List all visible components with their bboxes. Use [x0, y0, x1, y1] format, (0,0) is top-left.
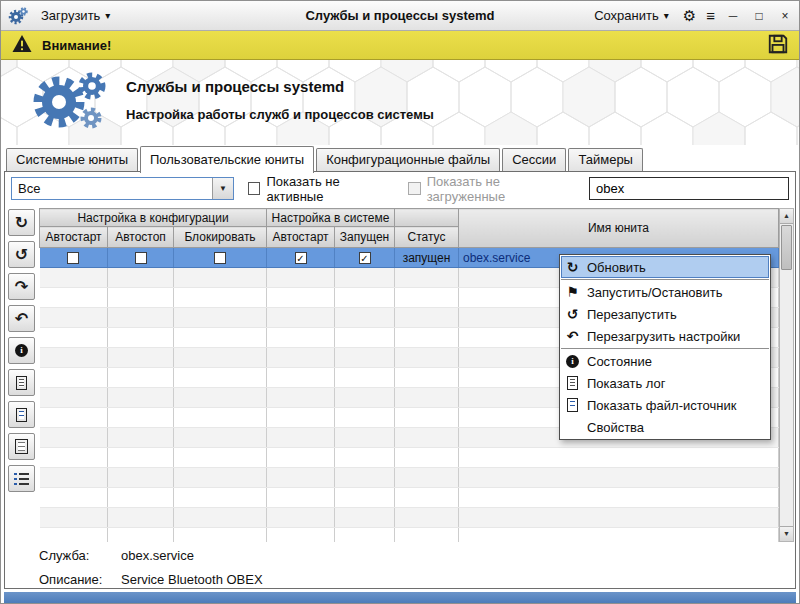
- save-menu-button[interactable]: Сохранить ▾: [590, 6, 673, 25]
- column-header-config-autostop: Автостоп: [108, 227, 174, 248]
- context-menu: ↻ Обновить ⚑ Запустить/Остановить ↺ Пере…: [559, 254, 771, 440]
- context-menu-item-reload-settings[interactable]: ↶ Перезагрузить настройки: [561, 325, 769, 347]
- tab-sessions[interactable]: Сессии: [502, 148, 566, 172]
- menu-item-label: Свойства: [587, 420, 644, 435]
- window-titlebar: Загрузить ▾ Службы и процессы systemd Со…: [1, 1, 799, 31]
- context-menu-item-restart[interactable]: ↺ Перезапустить: [561, 303, 769, 325]
- start-stop-icon: ↺: [15, 245, 28, 264]
- table-row-empty[interactable]: [40, 448, 779, 468]
- scroll-down-button[interactable]: ▼: [780, 526, 793, 541]
- unit-name-link[interactable]: obex.service: [459, 251, 530, 265]
- checkbox-show-unloaded[interactable]: Показать не загруженные: [408, 174, 575, 204]
- actions-toolbar: ↻ ↺ ↷ ↶ i: [8, 209, 38, 492]
- context-menu-item-properties[interactable]: Свойства: [561, 416, 769, 438]
- tab-config-files[interactable]: Конфигурационные файлы: [316, 148, 500, 172]
- unit-info-footer: Служба: obex.service Описание: Service B…: [39, 548, 263, 596]
- menu-hamburger-button[interactable]: ≡: [706, 8, 715, 23]
- scrollbar-thumb[interactable]: [781, 225, 792, 270]
- menu-item-label: Обновить: [587, 260, 646, 275]
- settings-gear-button[interactable]: ⚙: [683, 8, 696, 23]
- properties-icon: [15, 439, 28, 454]
- tab-timers[interactable]: Таймеры: [568, 148, 643, 172]
- show-source-button[interactable]: [8, 401, 35, 428]
- table-row-empty[interactable]: [40, 528, 779, 543]
- checkbox-config-autostop[interactable]: [135, 252, 147, 264]
- page-header: Службы и процессы systemd Настройка рабо…: [1, 60, 799, 145]
- caret-down-icon: ▾: [105, 10, 110, 21]
- refresh-icon: ↻: [15, 213, 28, 232]
- window-title: Службы и процессы systemd: [237, 8, 563, 23]
- checkbox-show-inactive-label: Показать не активные: [266, 174, 394, 204]
- restart-button[interactable]: ↷: [8, 273, 35, 300]
- log-icon: [564, 376, 581, 390]
- checkbox-config-block[interactable]: [214, 252, 226, 264]
- page-subtitle: Настройка работы служб и процессов систе…: [126, 107, 434, 122]
- column-header-config-autostart: Автостарт: [40, 227, 108, 248]
- app-logo-gears-icon: [27, 66, 115, 143]
- checkbox-show-unloaded-label: Показать не загруженные: [427, 174, 575, 204]
- maximize-button[interactable]: □: [751, 9, 767, 23]
- unit-filter-select[interactable]: Все ▼: [11, 177, 234, 200]
- vertical-scrollbar[interactable]: ▲ ▼: [779, 208, 794, 542]
- load-menu-button[interactable]: Загрузить ▾: [37, 6, 114, 25]
- menu-item-label: Показать лог: [587, 376, 666, 391]
- restart-icon: ↺: [564, 306, 581, 322]
- list-icon: [14, 473, 29, 485]
- info-icon: i: [564, 355, 581, 368]
- context-menu-item-show-log[interactable]: Показать лог: [561, 372, 769, 394]
- menu-item-label: Показать файл-источник: [587, 398, 736, 413]
- close-button[interactable]: ×: [777, 9, 793, 23]
- tab-system-units[interactable]: Системные юниты: [6, 148, 138, 172]
- properties-button[interactable]: [8, 433, 35, 460]
- reload-icon: ↶: [564, 328, 581, 344]
- info-icon: i: [15, 344, 28, 357]
- context-menu-item-start-stop[interactable]: ⚑ Запустить/Остановить: [561, 281, 769, 303]
- group-header-system: Настройка в системе: [267, 209, 395, 227]
- column-header-status: Статус: [395, 227, 459, 248]
- minimize-button[interactable]: ─: [725, 9, 741, 23]
- show-log-button[interactable]: [8, 369, 35, 396]
- start-stop-button[interactable]: ↺: [8, 241, 35, 268]
- warning-banner: Внимание!: [1, 31, 799, 60]
- status-button[interactable]: i: [8, 337, 35, 364]
- tab-bar: Системные юниты Пользовательские юниты К…: [4, 145, 796, 172]
- checkbox-system-running[interactable]: ✓: [359, 252, 371, 264]
- app-gears-icon: [7, 5, 29, 27]
- checkbox-system-autostart[interactable]: ✓: [295, 252, 307, 264]
- context-menu-item-show-source[interactable]: Показать файл-источник: [561, 394, 769, 416]
- menu-item-label: Перезапустить: [587, 307, 677, 322]
- status-cell: запущен: [395, 248, 459, 268]
- save-menu-label: Сохранить: [594, 8, 659, 23]
- load-menu-label: Загрузить: [41, 8, 100, 23]
- description-label: Описание:: [39, 572, 121, 587]
- refresh-button[interactable]: ↻: [8, 209, 35, 236]
- warning-label: Внимание!: [42, 38, 111, 53]
- table-row-empty[interactable]: [40, 488, 779, 508]
- context-menu-item-status[interactable]: i Состояние: [561, 350, 769, 372]
- menu-item-label: Запустить/Остановить: [587, 285, 722, 300]
- table-row-empty[interactable]: [40, 508, 779, 528]
- menu-separator: [561, 279, 769, 280]
- scroll-up-button[interactable]: ▲: [780, 209, 793, 224]
- context-menu-item-refresh[interactable]: ↻ Обновить: [561, 256, 769, 278]
- source-file-icon: [564, 398, 581, 412]
- reload-icon: ↶: [15, 309, 28, 328]
- column-header-system-running: Запущен: [335, 227, 395, 248]
- checkbox-config-autostart[interactable]: [67, 252, 79, 264]
- search-input[interactable]: [589, 177, 789, 200]
- list-button[interactable]: [8, 465, 35, 492]
- group-header-config: Настройка в конфигурации: [40, 209, 267, 227]
- dropdown-arrow-icon: ▼: [212, 178, 233, 199]
- checkbox-show-inactive[interactable]: Показать не активные: [248, 174, 394, 204]
- floppy-save-icon: [767, 43, 789, 58]
- checkbox-box: [408, 182, 421, 195]
- reload-settings-button[interactable]: ↶: [8, 305, 35, 332]
- description-value: Service Bluetooth OBEX: [121, 572, 263, 587]
- filter-bar: Все ▼ Показать не активные Показать не з…: [5, 172, 795, 205]
- table-row-empty[interactable]: [40, 468, 779, 488]
- tab-user-units[interactable]: Пользовательские юниты: [140, 146, 314, 173]
- unit-filter-value: Все: [12, 181, 212, 196]
- menu-separator: [561, 348, 769, 349]
- save-file-button[interactable]: [767, 33, 789, 58]
- refresh-icon: ↻: [564, 259, 581, 275]
